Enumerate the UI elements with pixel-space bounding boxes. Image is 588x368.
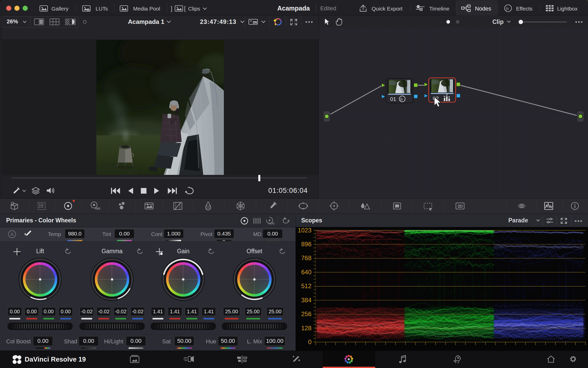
svg-text:512: 512 <box>301 282 311 289</box>
svg-text:fx: fx <box>506 6 509 11</box>
svg-text:1023: 1023 <box>298 227 311 234</box>
svg-text:3D: 3D <box>457 204 463 209</box>
svg-text:01: 01 <box>390 96 396 102</box>
svg-text:0: 0 <box>308 338 311 345</box>
svg-text:fx: fx <box>400 97 403 101</box>
svg-text:768: 768 <box>301 254 311 261</box>
svg-text:256: 256 <box>301 310 311 317</box>
svg-text:640: 640 <box>301 269 311 276</box>
svg-text:HDR: HDR <box>95 207 100 210</box>
svg-text:128: 128 <box>301 325 311 332</box>
svg-text:LOG: LOG <box>269 222 274 225</box>
svg-text:HQ: HQ <box>253 22 256 24</box>
svg-text:384: 384 <box>301 297 311 304</box>
svg-text:896: 896 <box>301 241 311 248</box>
svg-text:A: A <box>11 232 14 237</box>
